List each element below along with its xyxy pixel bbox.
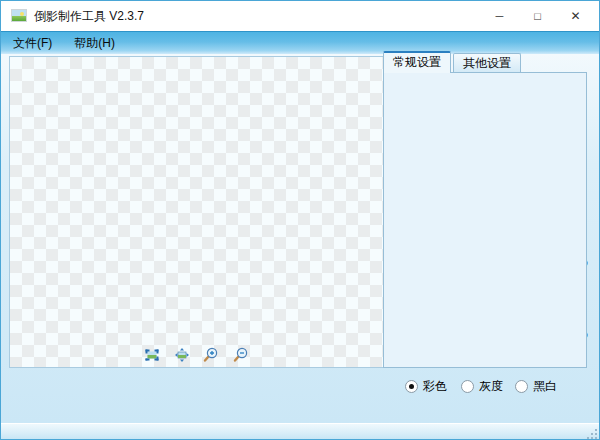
titlebar[interactable]: 倒影制作工具 V2.3.7 ─ □ ✕	[1, 1, 599, 31]
radio-bw-label: 黑白	[533, 378, 557, 395]
settings-panel	[383, 72, 587, 368]
fit-image-icon	[144, 347, 160, 363]
app-window: 倒影制作工具 V2.3.7 ─ □ ✕ 文件(F) 帮助(H) 打开图片	[0, 0, 600, 440]
image-canvas[interactable]	[9, 56, 384, 368]
window-title: 倒影制作工具 V2.3.7	[34, 1, 144, 31]
settings-tabs: 常规设置 其他设置	[383, 51, 523, 73]
zoom-in-icon	[203, 347, 219, 363]
resize-grip-icon[interactable]	[595, 437, 597, 439]
menu-item-help[interactable]: 帮助(H)	[64, 32, 125, 54]
radio-option-color[interactable]: 彩色	[405, 378, 447, 395]
radio-option-grayscale[interactable]: 灰度	[461, 378, 503, 395]
radio-color-icon[interactable]	[405, 380, 418, 393]
zoom-out-icon	[233, 347, 249, 363]
radio-option-bw[interactable]: 黑白	[515, 378, 557, 395]
radio-bw-icon[interactable]	[515, 380, 528, 393]
radio-grayscale-label: 灰度	[479, 378, 503, 395]
radio-color-label: 彩色	[423, 378, 447, 395]
app-icon	[11, 9, 27, 22]
fit-image-button[interactable]	[144, 347, 160, 363]
tab-general-settings[interactable]: 常规设置	[383, 51, 451, 73]
maximize-button[interactable]: □	[519, 1, 556, 31]
minimize-button[interactable]: ─	[481, 1, 518, 31]
actual-size-button[interactable]	[174, 347, 190, 363]
radio-grayscale-icon[interactable]	[461, 380, 474, 393]
actual-size-icon	[174, 347, 190, 363]
tab-other-settings[interactable]: 其他设置	[453, 53, 521, 73]
canvas-toolbar	[10, 347, 383, 363]
close-button[interactable]: ✕	[557, 1, 594, 31]
menu-item-file[interactable]: 文件(F)	[3, 32, 62, 54]
zoom-in-button[interactable]	[203, 347, 219, 363]
zoom-out-button[interactable]	[233, 347, 249, 363]
status-bar	[1, 423, 599, 440]
